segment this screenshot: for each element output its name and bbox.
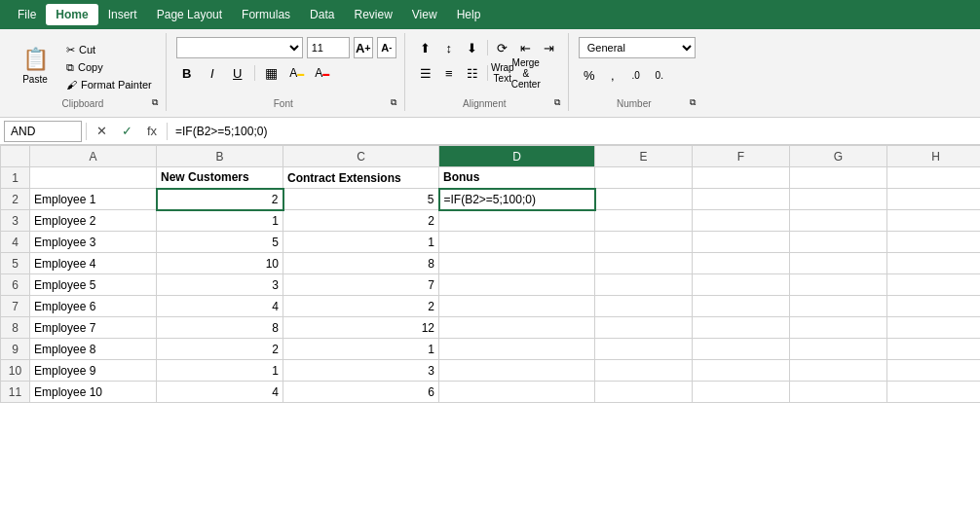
clipboard-expand-icon[interactable]: ⧉ <box>152 97 158 108</box>
cell-8-e[interactable] <box>595 317 693 339</box>
cell-5-d[interactable] <box>439 253 595 274</box>
indent-increase-button[interactable]: ⇥ <box>539 37 560 58</box>
cell-5-g[interactable] <box>790 253 887 274</box>
border-button[interactable]: ▦ <box>261 62 283 84</box>
cell-7-h[interactable] <box>887 296 981 317</box>
cell-3-b[interactable]: 1 <box>157 210 283 232</box>
cell-4-d[interactable] <box>439 232 595 253</box>
cell-1-e[interactable] <box>595 167 693 189</box>
confirm-formula-button[interactable]: ✓ <box>116 121 137 142</box>
decrease-font-button[interactable]: A- <box>377 37 396 58</box>
cell-3-f[interactable] <box>693 210 790 232</box>
col-header-d[interactable]: D <box>439 146 595 167</box>
col-header-c[interactable]: C <box>283 146 439 167</box>
cell-11-b[interactable]: 4 <box>157 382 283 403</box>
align-left-button[interactable]: ☰ <box>415 62 436 84</box>
row-header-11[interactable]: 11 <box>1 382 30 403</box>
cell-4-f[interactable] <box>693 232 790 253</box>
insert-function-button[interactable]: fx <box>141 121 163 142</box>
wrap-text-button[interactable]: Wrap Text <box>492 62 513 84</box>
menu-review[interactable]: Review <box>344 4 401 25</box>
align-middle-button[interactable]: ↕ <box>438 37 460 58</box>
menu-home[interactable]: Home <box>46 4 97 25</box>
align-center-button[interactable]: ≡ <box>438 62 460 84</box>
row-header-8[interactable]: 8 <box>1 317 30 339</box>
paste-button[interactable]: 📋 Paste <box>14 37 57 95</box>
cell-2-g[interactable] <box>790 189 887 210</box>
menu-data[interactable]: Data <box>300 4 344 25</box>
cell-5-c[interactable]: 8 <box>283 253 439 274</box>
cell-3-e[interactable] <box>595 210 693 232</box>
cell-8-g[interactable] <box>790 317 887 339</box>
cell-8-b[interactable]: 8 <box>157 317 283 339</box>
cell-7-a[interactable]: Employee 6 <box>30 296 157 317</box>
percent-button[interactable]: % <box>579 64 600 86</box>
cell-6-e[interactable] <box>595 274 693 296</box>
cell-10-d[interactable] <box>439 360 595 382</box>
formula-input[interactable] <box>171 121 976 142</box>
cell-11-a[interactable]: Employee 10 <box>30 382 157 403</box>
menu-page-layout[interactable]: Page Layout <box>147 4 232 25</box>
cell-10-h[interactable] <box>887 360 981 382</box>
text-direction-button[interactable]: ⟳ <box>492 37 513 58</box>
cell-6-b[interactable]: 3 <box>157 274 283 296</box>
col-header-f[interactable]: F <box>693 146 790 167</box>
cell-11-h[interactable] <box>887 382 981 403</box>
cell-7-e[interactable] <box>595 296 693 317</box>
cell-9-f[interactable] <box>693 339 790 360</box>
cell-5-b[interactable]: 10 <box>157 253 283 274</box>
cell-4-g[interactable] <box>790 232 887 253</box>
menu-help[interactable]: Help <box>447 4 491 25</box>
cancel-formula-button[interactable]: ✕ <box>91 121 112 142</box>
cell-11-c[interactable]: 6 <box>283 382 439 403</box>
cell-3-g[interactable] <box>790 210 887 232</box>
cut-button[interactable]: ✂ Cut <box>60 42 158 58</box>
cell-11-g[interactable] <box>790 382 887 403</box>
align-top-button[interactable]: ⬆ <box>415 37 436 58</box>
cell-11-e[interactable] <box>595 382 693 403</box>
row-header-1[interactable]: 1 <box>1 167 30 189</box>
cell-1-b[interactable]: New Customers <box>157 167 283 189</box>
increase-font-button[interactable]: A+ <box>354 37 373 58</box>
menu-view[interactable]: View <box>402 4 447 25</box>
cell-4-c[interactable]: 1 <box>283 232 439 253</box>
cell-2-h[interactable] <box>887 189 981 210</box>
align-right-button[interactable]: ☷ <box>462 62 483 84</box>
font-color-button[interactable]: A▬ <box>312 62 333 84</box>
font-name-select[interactable] <box>176 37 303 58</box>
cell-4-b[interactable]: 5 <box>157 232 283 253</box>
row-header-5[interactable]: 5 <box>1 253 30 274</box>
row-header-10[interactable]: 10 <box>1 360 30 382</box>
row-header-2[interactable]: 2 <box>1 189 30 210</box>
cell-1-d[interactable]: Bonus <box>439 167 595 189</box>
col-header-e[interactable]: E <box>595 146 693 167</box>
cell-6-a[interactable]: Employee 5 <box>30 274 157 296</box>
cell-9-c[interactable]: 1 <box>283 339 439 360</box>
cell-2-f[interactable] <box>693 189 790 210</box>
merge-center-button[interactable]: Merge & Center <box>515 62 537 84</box>
cell-5-a[interactable]: Employee 4 <box>30 253 157 274</box>
cell-6-h[interactable] <box>887 274 981 296</box>
underline-button[interactable]: U <box>227 62 248 84</box>
cell-10-f[interactable] <box>693 360 790 382</box>
cell-1-h[interactable] <box>887 167 981 189</box>
col-header-a[interactable]: A <box>30 146 157 167</box>
cell-7-b[interactable]: 4 <box>157 296 283 317</box>
alignment-expand-icon[interactable]: ⧉ <box>554 97 560 108</box>
cell-9-d[interactable] <box>439 339 595 360</box>
row-header-7[interactable]: 7 <box>1 296 30 317</box>
cell-5-f[interactable] <box>693 253 790 274</box>
cell-2-a[interactable]: Employee 1 <box>30 189 157 210</box>
cell-8-h[interactable] <box>887 317 981 339</box>
cell-2-e[interactable] <box>595 189 693 210</box>
italic-button[interactable]: I <box>202 62 223 84</box>
row-header-9[interactable]: 9 <box>1 339 30 360</box>
cell-1-c[interactable]: Contract Extensions <box>283 167 439 189</box>
copy-button[interactable]: ⧉ Copy <box>60 59 158 76</box>
cell-8-d[interactable] <box>439 317 595 339</box>
menu-insert[interactable]: Insert <box>98 4 147 25</box>
align-bottom-button[interactable]: ⬇ <box>462 37 483 58</box>
cell-7-d[interactable] <box>439 296 595 317</box>
bold-button[interactable]: B <box>176 62 198 84</box>
cell-5-h[interactable] <box>887 253 981 274</box>
